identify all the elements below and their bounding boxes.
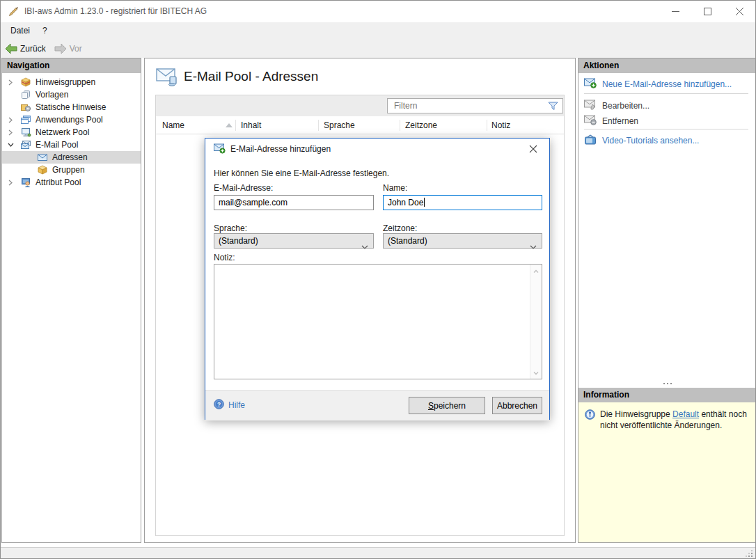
action-edit[interactable]: Bearbeiten... [584, 99, 649, 113]
navigation-header: Navigation [2, 58, 141, 73]
sidebar-item-statische-hinweise[interactable]: Statische Hinweise [2, 101, 141, 113]
resize-grip-icon[interactable] [751, 556, 753, 557]
email-field[interactable] [214, 195, 374, 210]
menu-datei[interactable]: Datei [1, 22, 36, 39]
notice-groups-icon [20, 77, 32, 88]
chevron-right-icon[interactable] [8, 79, 20, 86]
chevron-down-icon [361, 239, 368, 253]
maximize-button[interactable] [691, 1, 723, 22]
chevron-right-icon[interactable] [8, 180, 20, 186]
email-pool-icon [20, 139, 32, 150]
chevron-down-icon [530, 239, 537, 253]
information-box: Die Hinweisgruppe Default enthält noch n… [578, 402, 755, 542]
app-icon [8, 6, 19, 17]
toolbar: Zurück Vor [1, 39, 755, 58]
email-remove-icon [584, 115, 597, 127]
dialog-footer: ? Hilfe Speichern Abbrechen [205, 390, 549, 420]
email-add-icon [584, 78, 597, 90]
dialog-title: E-Mail-Adresse hinzufügen [230, 139, 331, 159]
column-zeitzone[interactable]: Zeitzone [405, 120, 437, 130]
back-button[interactable]: Zurück [1, 39, 50, 58]
filter-funnel-icon[interactable] [548, 102, 558, 113]
video-tutorials-icon [584, 134, 597, 148]
help-icon: ? [214, 399, 224, 411]
add-email-dialog: E-Mail-Adresse hinzufügen Hier können Si… [205, 138, 550, 420]
titlebar: IBI-aws Admin 1.23.0 - registriert für I… [1, 1, 755, 22]
chevron-down-icon[interactable] [8, 142, 20, 148]
timezone-select[interactable]: (Standard) [383, 233, 542, 249]
cancel-button[interactable]: Abbrechen [492, 397, 542, 414]
sidebar-item-hinweisgruppen[interactable]: Hinweisgruppen [2, 76, 141, 88]
default-group-link[interactable]: Default [672, 409, 699, 419]
scrollbar[interactable] [530, 265, 542, 379]
window-title: IBI-aws Admin 1.23.0 - registriert für I… [24, 1, 207, 22]
language-select[interactable]: (Standard) [214, 233, 374, 249]
static-notices-icon [20, 102, 32, 113]
actions-header: Aktionen [578, 58, 755, 73]
action-remove[interactable]: Entfernen [584, 114, 638, 128]
sidebar-item-gruppen[interactable]: Gruppen [2, 164, 141, 176]
action-video-tutorials[interactable]: Video-Tutorials ansehen... [584, 134, 699, 148]
attribute-pool-icon [20, 177, 32, 188]
table-header: Name Inhalt Sprache Zeitzone Notiz [156, 116, 564, 134]
forward-arrow-icon [54, 43, 67, 54]
column-sprache[interactable]: Sprache [324, 120, 355, 130]
name-label: Name: [383, 183, 407, 193]
separator [584, 129, 748, 129]
menu-help[interactable]: ? [36, 22, 54, 39]
statusbar [1, 547, 755, 559]
close-button[interactable] [723, 1, 755, 22]
action-add-email[interactable]: Neue E-Mail-Adresse hinzufügen... [584, 77, 732, 91]
timezone-label: Zeitzone: [383, 223, 417, 233]
page-title: E-Mail Pool - Adressen [184, 69, 318, 84]
navigation-tree: Hinweisgruppen Vorlagen [2, 73, 141, 189]
panel-splitter[interactable] [667, 383, 668, 384]
sidebar-item-anwendungs-pool[interactable]: Anwendungs Pool [2, 113, 141, 126]
email-add-icon [214, 143, 226, 156]
language-label: Sprache: [214, 223, 247, 233]
sidebar-item-adressen[interactable]: Adressen [2, 151, 141, 164]
minimize-button[interactable] [659, 1, 691, 22]
chevron-right-icon[interactable] [8, 129, 20, 136]
note-label: Notiz: [214, 253, 235, 262]
network-pool-icon [20, 127, 32, 138]
name-field[interactable]: John Doe [383, 195, 542, 210]
scroll-up-icon[interactable] [533, 267, 540, 274]
back-arrow-icon [5, 43, 17, 54]
sidebar-item-netzwerk-pool[interactable]: Netzwerk Pool [2, 126, 141, 139]
separator [584, 93, 748, 94]
forward-label: Vor [70, 44, 82, 54]
information-header: Information [578, 388, 755, 402]
dialog-close-button[interactable] [521, 140, 545, 158]
info-icon [585, 409, 595, 422]
text-caret [424, 198, 425, 207]
svg-text:?: ? [217, 401, 221, 408]
sidebar-item-vorlagen[interactable]: Vorlagen [2, 88, 141, 101]
save-button[interactable]: Speichern [409, 397, 485, 414]
column-notiz[interactable]: Notiz [491, 120, 510, 130]
filter-field [387, 98, 563, 113]
application-pool-icon [20, 114, 32, 125]
groups-icon [37, 164, 49, 175]
column-name[interactable]: Name [162, 120, 184, 130]
menubar: Datei ? [1, 22, 755, 39]
forward-button[interactable]: Vor [50, 39, 86, 58]
sidebar-item-email-pool[interactable]: E-Mail Pool [2, 139, 141, 151]
information-message: Die Hinweisgruppe Default enthält noch n… [600, 409, 748, 431]
sidebar-item-attribut-pool[interactable]: Attribut Pool [2, 176, 141, 189]
app-window: IBI-aws Admin 1.23.0 - registriert für I… [0, 0, 756, 559]
email-addresses-title-icon [156, 68, 178, 86]
dialog-titlebar: E-Mail-Adresse hinzufügen [205, 139, 549, 159]
dialog-description: Hier können Sie eine E-Mail-Adresse fest… [214, 168, 389, 178]
note-field[interactable] [214, 264, 542, 379]
sort-ascending-icon [226, 123, 233, 127]
help-link[interactable]: ? Hilfe [214, 399, 245, 411]
chevron-right-icon[interactable] [8, 117, 20, 123]
column-inhalt[interactable]: Inhalt [241, 120, 261, 130]
email-label: E-Mail-Adresse: [214, 183, 273, 193]
email-edit-icon [584, 100, 597, 112]
scroll-down-icon[interactable] [533, 369, 540, 376]
addresses-icon [37, 152, 49, 163]
filter-input[interactable] [388, 99, 562, 113]
actions-panel: Aktionen Neue E-Mail-Adresse hinzufügen.… [578, 58, 756, 543]
